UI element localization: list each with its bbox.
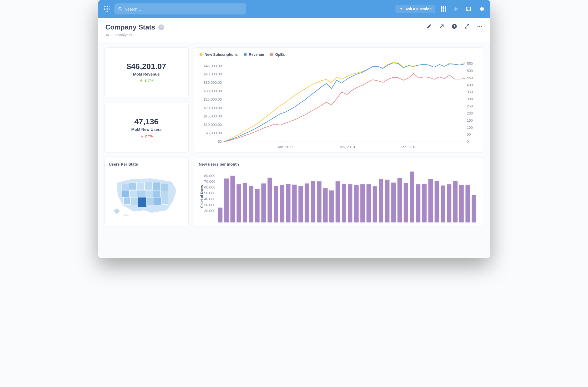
- svg-text:200: 200: [467, 111, 473, 115]
- bar-title: New users per month: [199, 162, 479, 166]
- legend-item[interactable]: New Subscriptions: [199, 52, 238, 57]
- svg-text:$20,000.00: $20,000.00: [204, 106, 222, 110]
- users-per-state-card[interactable]: Users Per State: [104, 158, 189, 226]
- svg-text:$40,000.00: $40,000.00: [204, 72, 222, 76]
- svg-rect-125: [397, 178, 402, 222]
- svg-point-14: [119, 7, 121, 10]
- svg-point-4: [104, 8, 105, 8]
- svg-text:50,000: 50,000: [204, 191, 215, 195]
- kpi-label: MoM Revenue: [133, 72, 160, 76]
- kpi-value: 47,136: [134, 117, 159, 126]
- svg-rect-71: [152, 182, 160, 190]
- svg-rect-97: [224, 178, 229, 222]
- svg-rect-21: [445, 8, 446, 10]
- kpi-value: $46,201.07: [127, 62, 166, 71]
- search-icon: [118, 7, 122, 11]
- svg-rect-118: [354, 185, 359, 223]
- clock-icon[interactable]: [451, 23, 458, 29]
- svg-text:$0: $0: [218, 140, 222, 143]
- svg-rect-79: [123, 197, 130, 205]
- svg-point-5: [105, 8, 106, 8]
- legend-dot-icon: [199, 53, 203, 56]
- svg-point-6: [107, 8, 108, 8]
- breadcrumb[interactable]: Our analytics: [105, 33, 164, 37]
- svg-text:550: 550: [467, 62, 473, 66]
- app-window: Ask a question Company Stats i Our analy…: [98, 0, 490, 258]
- svg-text:$5,000.00: $5,000.00: [205, 131, 222, 135]
- add-icon[interactable]: [451, 4, 461, 14]
- svg-text:Jan, 2019: Jan, 2019: [400, 145, 416, 149]
- archive-box-icon[interactable]: [464, 4, 473, 14]
- svg-rect-69: [136, 182, 144, 190]
- line-chart-card[interactable]: New SubscriptionsRevenueOpEx $0$5,000.00…: [194, 47, 484, 153]
- kpi-delta: 1.7%: [139, 78, 153, 83]
- svg-point-8: [104, 9, 105, 10]
- svg-text:$45,000.00: $45,000.00: [204, 64, 222, 68]
- svg-rect-137: [471, 195, 476, 222]
- svg-rect-20: [443, 8, 444, 10]
- svg-point-11: [109, 9, 109, 10]
- search-input[interactable]: [125, 7, 242, 11]
- svg-text:40,000: 40,000: [204, 197, 215, 201]
- svg-line-29: [440, 25, 443, 28]
- metabase-logo-icon[interactable]: [102, 4, 111, 13]
- app-grid-icon[interactable]: [439, 4, 448, 14]
- svg-rect-117: [348, 184, 352, 222]
- breadcrumb-label: Our analytics: [111, 33, 132, 37]
- line-chart: $0$5,000.00$10,000.00$15,000.00$20,000.0…: [199, 58, 478, 150]
- svg-text:Count of Users: Count of Users: [200, 185, 204, 208]
- dashboard-grid: $46,201.07 MoM Revenue 1.7% 47,136 MoM N…: [98, 42, 490, 258]
- svg-point-3: [109, 6, 109, 7]
- svg-rect-106: [280, 185, 284, 223]
- svg-text:30,000: 30,000: [204, 203, 215, 207]
- svg-point-35: [481, 26, 482, 27]
- share-arrow-icon[interactable]: [439, 23, 445, 29]
- svg-text:250: 250: [467, 104, 473, 108]
- svg-rect-75: [137, 190, 145, 197]
- svg-rect-73: [122, 190, 129, 197]
- svg-text:$10,000.00: $10,000.00: [204, 123, 222, 127]
- svg-rect-103: [261, 183, 266, 222]
- new-users-per-month-card[interactable]: New users per month 20,00030,00040,00050…: [194, 158, 484, 226]
- svg-rect-127: [410, 172, 414, 222]
- svg-rect-119: [360, 184, 365, 222]
- legend-dot-icon: [270, 53, 273, 56]
- svg-point-87: [127, 215, 129, 217]
- svg-text:50: 50: [467, 133, 471, 136]
- fullscreen-icon[interactable]: [464, 23, 470, 29]
- topbar: Ask a question: [98, 0, 490, 18]
- kpi-mom-new-users[interactable]: 47,136 MoM New Users 27%: [104, 103, 189, 153]
- svg-rect-131: [434, 181, 439, 222]
- svg-rect-105: [274, 186, 278, 222]
- search-input-wrap[interactable]: [114, 3, 246, 14]
- svg-rect-129: [422, 184, 426, 222]
- us-map: [109, 169, 184, 222]
- kpi-column: $46,201.07 MoM Revenue 1.7% 47,136 MoM N…: [104, 47, 189, 153]
- svg-rect-115: [335, 181, 340, 222]
- ask-question-button[interactable]: Ask a question: [395, 5, 435, 13]
- svg-rect-96: [218, 208, 222, 222]
- svg-rect-98: [230, 176, 235, 222]
- legend-item[interactable]: OpEx: [270, 52, 285, 57]
- edit-pencil-icon[interactable]: [426, 23, 432, 29]
- svg-rect-24: [445, 10, 446, 12]
- svg-rect-70: [144, 182, 153, 190]
- svg-rect-112: [317, 181, 321, 222]
- kpi-mom-revenue[interactable]: $46,201.07 MoM Revenue 1.7%: [104, 47, 189, 97]
- svg-rect-110: [304, 183, 309, 222]
- svg-point-0: [104, 6, 105, 7]
- arrow-down-icon: [140, 134, 144, 138]
- svg-point-13: [107, 11, 108, 12]
- info-icon[interactable]: i: [158, 24, 164, 30]
- settings-gear-icon[interactable]: [476, 4, 486, 14]
- ask-label: Ask a question: [405, 7, 432, 11]
- legend: New SubscriptionsRevenueOpEx: [199, 52, 478, 57]
- svg-rect-111: [311, 181, 315, 222]
- sparkle-icon: [399, 7, 403, 11]
- svg-line-15: [121, 9, 122, 11]
- bar-chart: 20,00030,00040,00050,00060,00070,00080,0…: [199, 169, 479, 224]
- svg-rect-116: [341, 184, 346, 222]
- svg-rect-23: [443, 10, 444, 12]
- more-menu-icon[interactable]: [476, 23, 483, 29]
- legend-item[interactable]: Revenue: [244, 52, 264, 57]
